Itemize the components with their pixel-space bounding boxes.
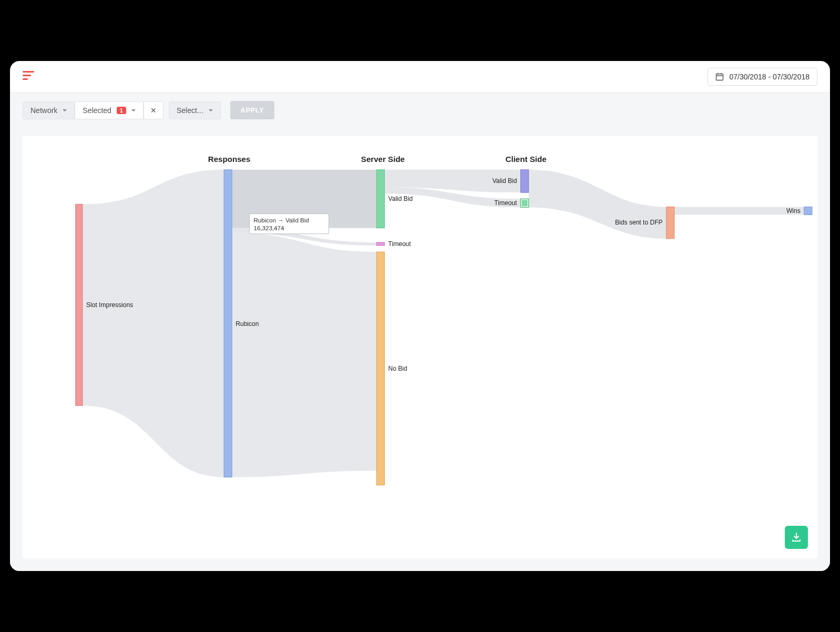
filter-group-network: Network Selected 1 ✕ bbox=[23, 101, 163, 119]
select-placeholder: Select... bbox=[177, 106, 203, 115]
date-range-picker[interactable]: 07/30/2018 - 07/30/2018 bbox=[708, 68, 817, 86]
calendar-icon bbox=[715, 73, 724, 81]
node-label-ss-valid: Valid Bid bbox=[388, 195, 413, 202]
node-label-bids-dfp: Bids sent to DFP bbox=[615, 219, 663, 226]
select-dropdown[interactable]: Select... bbox=[169, 101, 221, 119]
node-label-cs-valid: Valid Bid bbox=[493, 177, 517, 185]
node-label-rubicon: Rubicon bbox=[235, 320, 259, 328]
network-dropdown[interactable]: Network bbox=[23, 101, 75, 119]
tooltip-line1: Rubicon → Valid Bid bbox=[253, 217, 309, 223]
col-title-server-side: Server Side bbox=[361, 155, 405, 164]
selected-dropdown[interactable]: Selected 1 bbox=[75, 101, 144, 119]
svg-rect-3 bbox=[716, 74, 723, 80]
svg-rect-1 bbox=[23, 75, 31, 76]
node-bids-dfp[interactable] bbox=[667, 207, 674, 238]
node-cs-validbid[interactable] bbox=[521, 170, 529, 192]
node-wins[interactable] bbox=[804, 207, 812, 215]
sankey-svg: Responses Server Side Client Side bbox=[23, 136, 817, 558]
node-label-slot: Slot Impressions bbox=[86, 301, 133, 309]
svg-rect-2 bbox=[23, 78, 28, 80]
network-label: Network bbox=[30, 106, 57, 115]
download-button[interactable] bbox=[785, 526, 808, 549]
chevron-down-icon bbox=[63, 109, 67, 111]
filter-clear-button[interactable]: ✕ bbox=[144, 101, 163, 119]
node-ss-validbid[interactable] bbox=[376, 170, 384, 228]
col-title-client-side: Client Side bbox=[506, 155, 547, 164]
col-title-responses: Responses bbox=[208, 155, 251, 164]
chart-container: Responses Server Side Client Side bbox=[10, 128, 830, 571]
chevron-down-icon bbox=[131, 109, 136, 111]
node-rubicon[interactable] bbox=[224, 170, 232, 477]
date-range-text: 07/30/2018 - 07/30/2018 bbox=[729, 73, 810, 81]
node-cs-timeout-fill bbox=[522, 200, 528, 206]
node-ss-timeout[interactable] bbox=[376, 242, 384, 246]
flow-rubicon-nobid[interactable] bbox=[232, 233, 376, 477]
selected-label: Selected bbox=[83, 106, 111, 115]
flow-bids-wins[interactable] bbox=[674, 207, 804, 215]
node-slot-impressions[interactable] bbox=[76, 204, 83, 405]
flow-client-bidsdfp[interactable] bbox=[529, 170, 667, 239]
app-window: 07/30/2018 - 07/30/2018 Network Selected… bbox=[10, 61, 830, 571]
sankey-chart-card: Responses Server Side Client Side bbox=[23, 136, 817, 558]
filter-bar: Network Selected 1 ✕ Select... APPLY bbox=[10, 93, 830, 128]
node-label-wins: Wins bbox=[786, 207, 801, 215]
apply-button[interactable]: APPLY bbox=[230, 101, 275, 119]
app-logo bbox=[23, 71, 34, 83]
node-ss-nobid[interactable] bbox=[376, 252, 384, 485]
topbar: 07/30/2018 - 07/30/2018 bbox=[10, 61, 830, 93]
logo-icon bbox=[23, 71, 34, 80]
svg-rect-0 bbox=[23, 71, 34, 73]
selected-count-badge: 1 bbox=[117, 107, 126, 114]
node-label-ss-timeout: Timeout bbox=[388, 240, 412, 248]
download-icon bbox=[791, 532, 802, 543]
close-icon: ✕ bbox=[150, 106, 157, 115]
chevron-down-icon bbox=[209, 109, 213, 111]
node-label-cs-timeout: Timeout bbox=[494, 199, 517, 207]
flow-slot-rubicon[interactable] bbox=[83, 170, 224, 477]
node-label-ss-nobid: No Bid bbox=[388, 365, 407, 372]
tooltip-line2: 16,323,474 bbox=[253, 225, 284, 231]
